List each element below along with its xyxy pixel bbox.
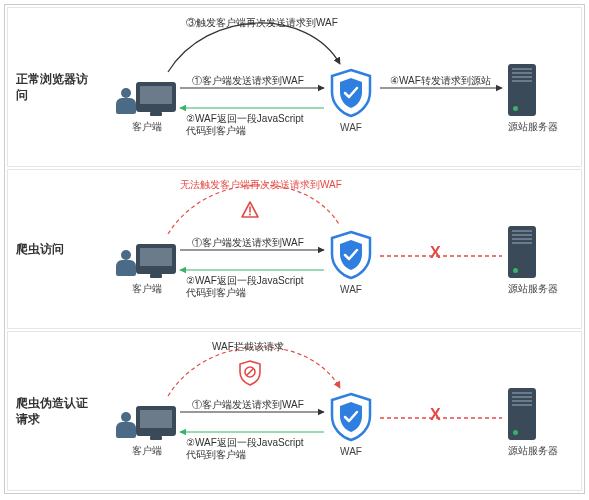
client-label: 客户端 (118, 120, 176, 134)
waf-label: WAF (328, 446, 374, 457)
diagram-frame: 正常浏览器访问 客户端 WAF 源站服务器 (4, 4, 585, 494)
server-label: 源站服务器 (508, 120, 558, 134)
waf-shield-icon (328, 230, 374, 280)
waf-shield-icon (328, 392, 374, 442)
stage: 客户端 WAF 源站服务器 (108, 176, 571, 322)
waf-label: WAF (328, 122, 374, 133)
client-icon (118, 234, 176, 278)
client-node: 客户端 (118, 396, 176, 458)
client-label: 客户端 (118, 444, 176, 458)
client-icon (118, 72, 176, 116)
block-x-icon: X (430, 244, 441, 262)
client-icon (118, 396, 176, 440)
waf-node: WAF (328, 68, 374, 133)
server-label: 源站服务器 (508, 444, 558, 458)
label-crawler-fail: 无法触发客户端再次发送请求到WAF (180, 178, 342, 192)
server-node: 源站服务器 (508, 64, 558, 134)
server-node: 源站服务器 (508, 388, 558, 458)
panel-crawler: 爬虫访问 客户端 WAF 源站服务器 (7, 169, 582, 329)
label-step1: ①客户端发送请求到WAF (192, 236, 304, 250)
waf-node: WAF (328, 230, 374, 295)
svg-point-7 (249, 214, 251, 216)
label-step4: ④WAF转发请求到源站 (390, 74, 491, 88)
warning-icon (240, 200, 260, 220)
panel-title: 爬虫伪造认证请求 (16, 395, 96, 427)
label-intercepted: WAF拦截该请求 (212, 340, 284, 354)
block-x-icon: X (430, 406, 441, 424)
server-icon (508, 226, 536, 278)
intercept-shield-icon (238, 360, 262, 386)
stage: 客户端 WAF 源站服务器 (108, 338, 571, 484)
label-step2-line2: 代码到客户端 (186, 448, 246, 462)
label-step1: ①客户端发送请求到WAF (192, 74, 304, 88)
panel-forged: 爬虫伪造认证请求 客户端 WAF 源站服务器 (7, 331, 582, 491)
stage: 客户端 WAF 源站服务器 (108, 14, 571, 160)
panel-title: 爬虫访问 (16, 241, 96, 257)
waf-label: WAF (328, 284, 374, 295)
waf-shield-icon (328, 68, 374, 118)
label-step3: ③触发客户端再次发送请求到WAF (186, 16, 338, 30)
client-node: 客户端 (118, 234, 176, 296)
label-step2-line2: 代码到客户端 (186, 124, 246, 138)
server-icon (508, 64, 536, 116)
server-icon (508, 388, 536, 440)
label-step1: ①客户端发送请求到WAF (192, 398, 304, 412)
waf-node: WAF (328, 392, 374, 457)
server-label: 源站服务器 (508, 282, 558, 296)
panel-title: 正常浏览器访问 (16, 71, 96, 103)
label-step2-line2: 代码到客户端 (186, 286, 246, 300)
panel-normal: 正常浏览器访问 客户端 WAF 源站服务器 (7, 7, 582, 167)
server-node: 源站服务器 (508, 226, 558, 296)
client-label: 客户端 (118, 282, 176, 296)
client-node: 客户端 (118, 72, 176, 134)
